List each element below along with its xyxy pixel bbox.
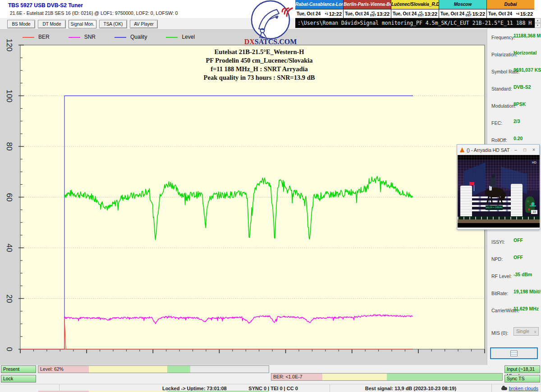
jump-standard-left — [460, 186, 472, 217]
scroll-up-icon[interactable]: ▲ — [535, 18, 541, 23]
param-value: 8PSK — [513, 101, 526, 107]
clock-city: Lučenec/Slovakia_R.Dávid — [391, 0, 439, 9]
param-value: 9691,037 KS/s — [513, 67, 541, 73]
minimize-icon[interactable]: – — [511, 147, 520, 152]
param-label: RollOff: — [491, 137, 507, 143]
vlc-window-edge — [458, 228, 540, 229]
clock-offset: +1DST — [418, 11, 424, 17]
clock-date: Tue, Oct 24 — [345, 11, 369, 16]
present-indicator: Present — [1, 365, 36, 373]
rider-silhouette — [490, 178, 496, 187]
param-value: DVB-S2 — [513, 84, 531, 90]
param-value: 19,198 Mbit/s — [513, 289, 541, 294]
y-tick-label: 0 — [5, 340, 14, 358]
channel-logo — [530, 201, 536, 208]
panel-action-button[interactable] — [490, 347, 538, 359]
clock-offset: +1 — [325, 13, 328, 15]
clock-time-row: Tue, Oct 24+415:22 — [487, 9, 534, 18]
sync-ts-indicator: Sync TS — [504, 375, 540, 383]
param-value: 11188,368 MHz — [513, 33, 541, 38]
meter-segment — [387, 374, 502, 380]
param-row: MIS (0): — [491, 328, 540, 335]
y-tick-label: 60 — [5, 188, 14, 206]
meter-segment — [89, 366, 167, 373]
param-row: BitRate:19,198 Mbit/s — [491, 289, 540, 295]
param-row: RollOff:0.20 — [491, 136, 540, 142]
best-signal-section: Best signal: 13,9 dB (2023-10-23 08:19) — [330, 384, 491, 392]
chart-title: Eutelsat 21B-21.5°E_Western-H PF Prodeli… — [20, 48, 498, 82]
param-label: FEC: — [491, 120, 502, 126]
world-clocks: Rabat-Casablanca-LondonTue, Oct 24+112:2… — [295, 0, 534, 18]
chart-title-line: Eutelsat 21B-21.5°E_Western-H — [20, 48, 498, 56]
tuner-subtitle: 21.6E - Eutelsat 21B SES 16 (ID: 0216) @… — [10, 10, 178, 16]
clock-city: Moscow — [439, 0, 486, 9]
vlc-window[interactable]: () - Arryadia HD SAT -... – □ × SALON × … — [457, 144, 540, 230]
close-icon[interactable]: × — [529, 147, 538, 152]
tab-tsa[interactable]: TSA (OK) — [99, 20, 127, 28]
clock-time: 15:22 — [472, 11, 485, 17]
tab-dt-mode[interactable]: DT Mode — [38, 20, 66, 28]
param-value: 0.20 — [513, 136, 523, 141]
param-value: OFF — [513, 255, 523, 260]
lock-indicator: Lock — [1, 375, 36, 383]
ber-label: BER: <1.0E-7 — [273, 374, 303, 380]
param-row: CarrierWidth:11,629 MHz — [491, 306, 540, 312]
cloud-icon — [501, 387, 507, 390]
clock-0: Rabat-Casablanca-LondonTue, Oct 24+112:2… — [295, 0, 343, 18]
clock-time: 15:22 — [520, 11, 533, 17]
param-value: 11,629 MHz — [513, 306, 539, 311]
ber-meter: BER: <1.0E-7 — [271, 373, 503, 381]
clock-time: 13:22 — [425, 11, 437, 17]
input-indicator: Input (~18,31 Mbps) — [504, 365, 540, 373]
clock-offset: +3DST — [466, 11, 472, 17]
jump-standard-right — [511, 184, 523, 217]
clock-city: Dubai — [487, 0, 534, 9]
clock-time-row: Tue, Oct 24+112:22 — [295, 9, 343, 18]
clock-offset: +4 — [516, 13, 519, 15]
meter-segment — [322, 374, 387, 380]
param-label: BitRate: — [491, 291, 508, 296]
svg-text:DXSATCS.COM: DXSATCS.COM — [244, 38, 297, 46]
param-row: RF Level:-35 dBm — [491, 272, 540, 278]
param-value: -35 dBm — [513, 272, 532, 277]
scroll-down-icon[interactable]: ▼ — [535, 23, 541, 28]
hd-watermark: HD — [532, 161, 536, 164]
vlc-video-frame: SALON × CHEVAL HD 13 — [458, 155, 540, 228]
maximize-icon[interactable]: □ — [520, 147, 529, 152]
logo-text-rest: SATCS.COM — [255, 38, 297, 46]
clock-date: Tue, Oct 24 — [297, 11, 321, 16]
console-prompt[interactable]: :\Users\Roman Dávid>Signal monitoring_PF… — [295, 18, 535, 28]
param-row: Modulation:8PSK — [491, 101, 540, 108]
param-label: NPD: — [491, 256, 503, 262]
chart-title-line: PF Prodelin 450 cm_Lucenec/Slovakia — [20, 56, 498, 65]
clock-time-row: Tue, Oct 24+1DST13:22 — [391, 9, 439, 18]
vlc-titlebar[interactable]: () - Arryadia HD SAT -... – □ × — [457, 145, 539, 155]
clock-3: MoscowTue, Oct 24+3DST15:22 — [439, 0, 486, 18]
clock-city: Rabat-Casablanca-London — [295, 0, 343, 9]
weather-link[interactable]: broken clouds — [509, 386, 538, 391]
chart-title-line: f=11 188 MHz_H : SNRT Arryadia — [20, 65, 498, 73]
param-row: NPD:OFF — [491, 255, 540, 261]
level-meter: Level: 62% — [38, 365, 269, 373]
quality-meter: Quality: 100% — [38, 390, 269, 392]
tab-bs-mode[interactable]: BS Mode — [7, 20, 35, 28]
chart-title-line: Peak quality in 73 hours : SNR=13.9 dB — [20, 73, 498, 82]
tab-av-player[interactable]: AV Player — [130, 20, 158, 28]
clock-date: Tue, Oct 24 — [393, 11, 417, 16]
tbs-signal-monitor-app: TBS 5927 USB DVB-S2 Tuner 21.6E - Eutels… — [0, 0, 541, 392]
clock-offset: +1DST — [370, 11, 376, 17]
param-label: MIS (0): — [491, 330, 508, 336]
console-scrollbar[interactable]: ▲ ▼ — [535, 18, 541, 28]
vlc-cone-icon — [460, 147, 464, 152]
tab-signal-mon[interactable]: Signal Mon. — [69, 20, 96, 28]
y-tick-label: 120 — [5, 36, 14, 54]
red-flag — [469, 182, 474, 185]
param-row: Symbol Rate:9691,037 KS/s — [491, 67, 540, 73]
clock-time-row: Tue, Oct 24+1DST13:22 — [344, 9, 391, 18]
clock-date: Tue, Oct 24 — [440, 11, 464, 16]
uptime-text: Locked -> Uptime: 73:01:08 — [162, 386, 227, 391]
level-label: Level: 62% — [40, 366, 64, 373]
y-tick-label: 20 — [5, 290, 14, 308]
param-value: 2/3 — [513, 119, 520, 124]
clock-time-row: Tue, Oct 24+3DST15:22 — [439, 9, 486, 18]
